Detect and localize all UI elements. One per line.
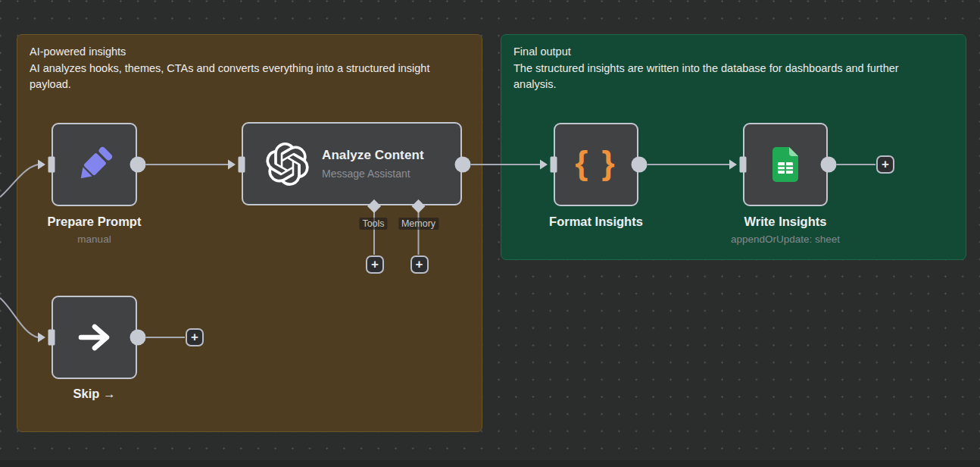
- add-node-button-after-write[interactable]: +: [876, 155, 894, 174]
- arrow-right-icon: [75, 321, 114, 354]
- sticky-note-body: The structured insights are written into…: [513, 61, 941, 93]
- node-skip[interactable]: [51, 296, 137, 379]
- add-node-button-after-skip[interactable]: +: [186, 328, 204, 346]
- node-label-title: Prepare Prompt: [11, 215, 178, 229]
- pencil-icon: [74, 144, 115, 185]
- add-memory-button[interactable]: +: [410, 255, 429, 274]
- sticky-note-title: Final output: [513, 44, 953, 61]
- node-label-prepare-prompt: Prepare Prompt manual: [11, 215, 178, 245]
- memory-port-label: Memory: [398, 218, 439, 230]
- plus-icon: +: [191, 331, 198, 343]
- plus-icon: +: [371, 258, 379, 271]
- node-title: Analyze Content: [322, 148, 424, 163]
- node-label-title: Write Insights: [702, 215, 869, 229]
- node-write-insights[interactable]: [743, 123, 828, 206]
- node-label-skip: Skip →: [11, 387, 178, 401]
- node-label-subtitle: appendOrUpdate: sheet: [702, 234, 869, 245]
- google-sheets-icon: [770, 146, 801, 183]
- node-label-title: Skip →: [11, 387, 178, 401]
- node-inner-text: Analyze Content Message Assistant: [322, 148, 424, 180]
- plus-icon: +: [882, 158, 889, 171]
- node-label-write-insights: Write Insights appendOrUpdate: sheet: [702, 215, 869, 245]
- sticky-note-title: AI-powered insights: [30, 44, 470, 61]
- node-analyze-content[interactable]: Analyze Content Message Assistant: [242, 122, 462, 205]
- node-label-title: Format Insights: [513, 215, 679, 229]
- node-subtitle: Message Assistant: [322, 168, 424, 180]
- openai-icon: [266, 143, 309, 186]
- sticky-note-body: AI analyzes hooks, themes, CTAs and conv…: [30, 61, 457, 93]
- canvas-bottom-edge: [0, 460, 980, 467]
- node-label-subtitle: manual: [11, 234, 178, 245]
- workflow-canvas[interactable]: AI-powered insights AI analyzes hooks, t…: [0, 0, 980, 467]
- plus-icon: +: [416, 258, 423, 271]
- add-tool-button[interactable]: +: [366, 255, 384, 274]
- node-label-format-insights: Format Insights: [513, 215, 679, 229]
- node-format-insights[interactable]: { }: [554, 123, 638, 206]
- node-prepare-prompt[interactable]: [51, 123, 137, 206]
- curly-braces-icon: { }: [575, 146, 616, 183]
- tools-port-label: Tools: [359, 218, 387, 230]
